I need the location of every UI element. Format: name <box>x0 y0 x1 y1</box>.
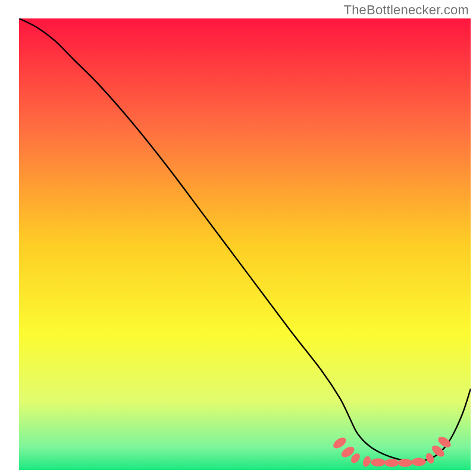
curve-marker <box>371 458 385 466</box>
curve-marker <box>412 458 426 466</box>
plot-area <box>19 18 471 470</box>
curve-marker <box>398 459 412 467</box>
bottleneck-chart <box>0 0 476 476</box>
curve-marker <box>384 459 399 467</box>
gradient-background <box>19 18 471 470</box>
